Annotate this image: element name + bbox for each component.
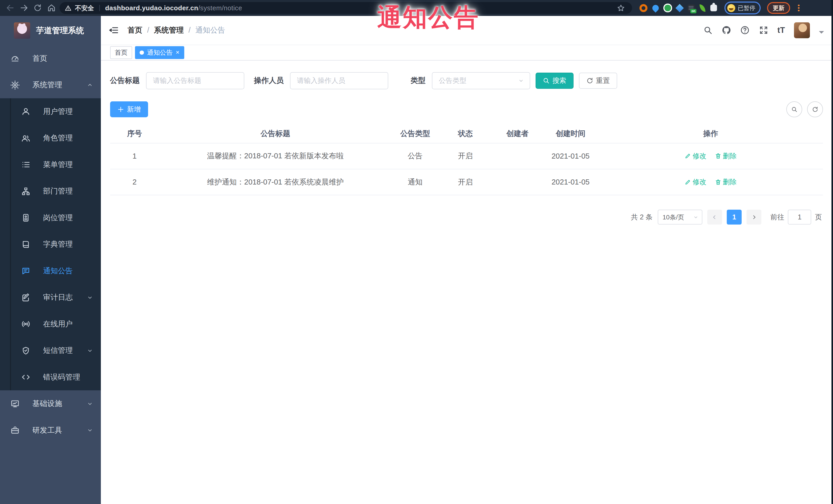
sidebar-item-departments[interactable]: 部门管理 <box>0 178 101 205</box>
user-avatar[interactable] <box>794 22 810 38</box>
reset-button[interactable]: 重置 <box>579 73 617 89</box>
font-size-icon[interactable]: tT <box>777 26 785 35</box>
breadcrumb-home[interactable]: 首页 <box>127 25 142 35</box>
table-row: 1 温馨提醒：2018-07-01 若依新版本发布啦 公告 开启 2021-01… <box>110 143 823 169</box>
extension-blue-drop-icon[interactable] <box>651 3 660 12</box>
extension-green-circle-icon[interactable] <box>663 4 672 12</box>
delete-link[interactable]: 删除 <box>715 151 737 161</box>
user-menu-caret-icon[interactable] <box>819 31 824 33</box>
goto-page-input[interactable] <box>788 210 811 224</box>
sidebar-item-label: 首页 <box>32 53 93 64</box>
current-page-button[interactable]: 1 <box>727 210 742 224</box>
chevron-down-icon <box>87 294 93 301</box>
delete-link[interactable]: 删除 <box>715 177 737 187</box>
tab-home[interactable]: 首页 <box>110 46 133 59</box>
goto-unit-label: 页 <box>815 213 822 222</box>
breadcrumb-separator: / <box>189 26 191 34</box>
add-button[interactable]: 新增 <box>110 101 148 117</box>
code-icon <box>21 373 30 382</box>
sidebar-item-home[interactable]: 首页 <box>0 45 101 72</box>
toggle-search-button[interactable] <box>786 101 802 117</box>
prev-page-button[interactable] <box>707 210 722 224</box>
sidebar-item-label: 在线用户 <box>43 319 94 329</box>
edit-link[interactable]: 修改 <box>685 151 707 161</box>
tab-notice[interactable]: 通知公告 × <box>135 46 184 59</box>
extension-puzzle-icon[interactable] <box>710 5 717 11</box>
sidebar-item-infrastructure[interactable]: 基础设施 <box>0 390 101 417</box>
monitor-icon <box>10 399 20 408</box>
cell-type: 通知 <box>391 169 438 195</box>
sidebar-item-label: 通知公告 <box>43 266 94 276</box>
address-divider <box>99 5 100 11</box>
page-size-select[interactable]: 10条/页 <box>658 210 703 224</box>
add-button-label: 新增 <box>127 105 141 114</box>
sidebar-item-label: 审计日志 <box>43 292 74 303</box>
sidebar-item-notice[interactable]: 通知公告 <box>0 258 101 284</box>
notice-type-select[interactable]: 公告类型 <box>432 72 530 89</box>
extension-orange-ring-icon[interactable] <box>640 4 647 12</box>
cell-created: 2021-01-05 <box>543 169 598 195</box>
browser-menu-icon[interactable] <box>796 5 802 11</box>
list-icon <box>21 160 30 169</box>
cell-no: 1 <box>110 143 159 169</box>
sidebar-item-error-codes[interactable]: 错误码管理 <box>0 364 101 390</box>
home-icon[interactable] <box>46 2 57 14</box>
sidebar-item-users[interactable]: 用户管理 <box>0 98 101 125</box>
edit-link-label: 修改 <box>693 177 707 187</box>
address-bar[interactable]: 不安全 dashboard.yudao.iocoder.cn/system/no… <box>60 2 632 14</box>
cell-creator <box>492 143 543 169</box>
search-icon[interactable] <box>703 25 713 35</box>
sidebar-item-menus[interactable]: 菜单管理 <box>0 151 101 178</box>
notice-title-input[interactable] <box>146 72 244 89</box>
breadcrumb-system[interactable]: 系统管理 <box>154 25 184 35</box>
next-page-button[interactable] <box>746 210 761 224</box>
sidebar-item-label: 菜单管理 <box>43 160 94 170</box>
cell-no: 2 <box>110 169 159 195</box>
goto-label: 前往 <box>770 213 784 222</box>
cell-creator <box>492 169 543 195</box>
close-tab-icon[interactable]: × <box>176 49 180 56</box>
sidebar-item-roles[interactable]: 角色管理 <box>0 125 101 151</box>
browser-window: 不安全 dashboard.yudao.iocoder.cn/system/no… <box>0 0 833 504</box>
browser-profile-chip[interactable]: 已暂停 <box>724 2 760 14</box>
sidebar-item-dictionary[interactable]: 字典管理 <box>0 231 101 258</box>
search-button[interactable]: 搜索 <box>536 73 574 89</box>
extension-switch-icon[interactable]: on <box>688 4 695 12</box>
edit-link[interactable]: 修改 <box>685 177 707 187</box>
sidebar-item-sms[interactable]: 短信管理 <box>0 337 101 364</box>
help-icon[interactable] <box>740 25 749 35</box>
search-button-label: 搜索 <box>552 76 566 85</box>
url-text: dashboard.yudao.iocoder.cn/system/notice <box>105 4 242 12</box>
sidebar-item-audit-log[interactable]: 审计日志 <box>0 284 101 311</box>
sidebar-item-label: 短信管理 <box>43 345 74 356</box>
operator-input[interactable] <box>290 72 388 89</box>
browser-update-button[interactable]: 更新 <box>767 2 790 14</box>
id-badge-icon <box>21 213 30 222</box>
security-warning-icon <box>65 5 72 11</box>
sidebar-collapse-icon[interactable] <box>109 25 119 35</box>
sidebar-item-system[interactable]: 系统管理 <box>0 72 101 98</box>
back-icon[interactable] <box>4 2 16 14</box>
column-header: 创建者 <box>492 125 543 143</box>
main-area: 首页 / 系统管理 / 通知公告 tT 首页 <box>101 16 831 504</box>
edit-log-icon <box>21 293 30 302</box>
forward-icon[interactable] <box>18 2 30 14</box>
profile-emoji-icon <box>727 4 735 12</box>
pagination-total: 共 2 条 <box>631 213 652 222</box>
filter-title-label: 公告标题 <box>110 75 140 86</box>
bookmark-star-icon[interactable] <box>615 2 627 14</box>
github-icon[interactable] <box>722 25 731 35</box>
extension-blue-diamond-icon[interactable] <box>675 4 684 12</box>
column-header: 创建时间 <box>543 125 598 143</box>
sidebar-logo-row: 芋道管理系统 <box>0 16 101 45</box>
sidebar-item-online-users[interactable]: 在线用户 <box>0 311 101 337</box>
fullscreen-icon[interactable] <box>759 25 768 35</box>
chevron-down-icon <box>87 347 93 354</box>
sidebar-item-posts[interactable]: 岗位管理 <box>0 205 101 231</box>
extension-leaf-icon[interactable] <box>699 4 706 12</box>
security-label: 不安全 <box>75 4 94 12</box>
table-toolbar: 新增 <box>110 101 823 117</box>
sidebar-item-dev-tools[interactable]: 研发工具 <box>0 417 101 444</box>
refresh-table-button[interactable] <box>807 101 823 117</box>
reload-icon[interactable] <box>32 2 44 14</box>
